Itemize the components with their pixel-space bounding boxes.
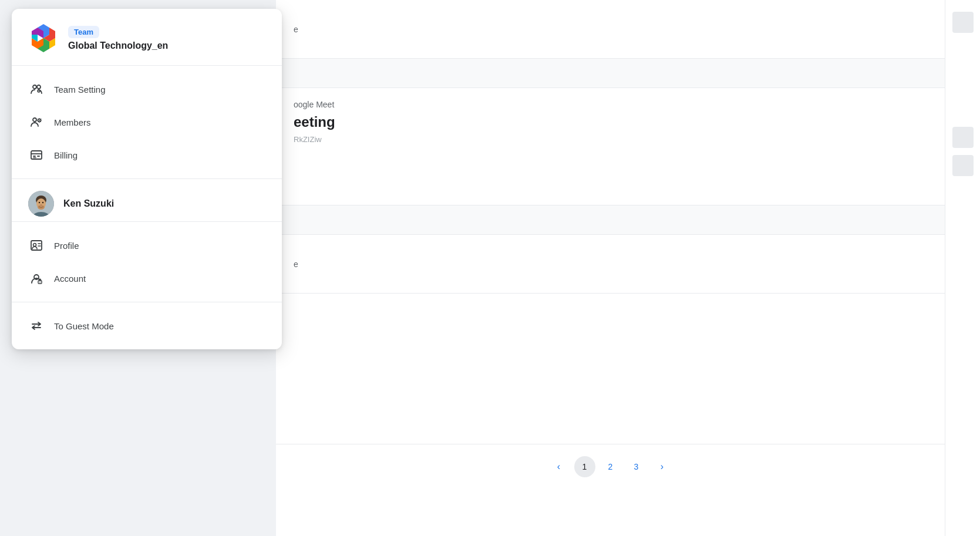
pagination-page-3[interactable]: 3 bbox=[626, 456, 647, 477]
menu-item-members[interactable]: Members bbox=[12, 106, 282, 139]
svg-point-10 bbox=[38, 90, 39, 91]
team-logo bbox=[28, 23, 59, 53]
menu-item-billing-label: Billing bbox=[54, 150, 78, 160]
svg-point-28 bbox=[33, 244, 36, 247]
menu-item-account-label: Account bbox=[54, 274, 86, 284]
pagination-page-2[interactable]: 2 bbox=[600, 456, 621, 477]
members-icon bbox=[28, 114, 45, 130]
user-section: Ken Suzuki Profile bbox=[12, 179, 282, 302]
meeting-id: RkZIZiw bbox=[294, 135, 962, 144]
menu-item-team-setting[interactable]: Team Setting bbox=[12, 73, 282, 106]
user-header: Ken Suzuki bbox=[12, 179, 282, 221]
guest-mode-icon bbox=[28, 318, 45, 334]
bg-text-1: e bbox=[294, 25, 298, 34]
svg-point-11 bbox=[33, 118, 36, 122]
account-icon bbox=[28, 270, 45, 286]
menu-item-members-label: Members bbox=[54, 117, 91, 127]
menu-item-profile-label: Profile bbox=[54, 241, 79, 251]
profile-icon bbox=[28, 237, 45, 254]
user-menu-section: Profile Account bbox=[12, 221, 282, 302]
google-meet-label: oogle Meet bbox=[294, 100, 962, 109]
svg-point-33 bbox=[39, 282, 41, 283]
menu-item-billing[interactable]: Billing bbox=[12, 139, 282, 171]
team-header: Team Global Technology_en bbox=[12, 9, 282, 66]
pagination-prev[interactable]: ‹ bbox=[548, 456, 570, 477]
team-setting-icon bbox=[28, 81, 45, 97]
team-menu-section: Team Setting Members bbox=[12, 66, 282, 179]
svg-point-13 bbox=[39, 120, 40, 121]
svg-point-25 bbox=[41, 204, 42, 205]
svg-point-8 bbox=[37, 85, 41, 89]
menu-item-guest-mode[interactable]: To Guest Mode bbox=[12, 309, 282, 342]
pagination: ‹ 1 2 3 › bbox=[276, 444, 945, 489]
user-avatar bbox=[28, 191, 54, 217]
user-name: Ken Suzuki bbox=[63, 198, 114, 209]
menu-item-account[interactable]: Account bbox=[12, 262, 282, 295]
meeting-label: eeting bbox=[294, 114, 962, 130]
team-badge: Team bbox=[68, 26, 99, 38]
billing-icon bbox=[28, 147, 45, 163]
pagination-page-1[interactable]: 1 bbox=[574, 456, 595, 477]
svg-point-7 bbox=[33, 85, 36, 89]
menu-item-guest-mode-label: To Guest Mode bbox=[54, 321, 114, 331]
menu-item-team-setting-label: Team Setting bbox=[54, 85, 106, 95]
user-menu-dropdown: Team Global Technology_en Team Setting bbox=[12, 9, 282, 349]
svg-point-24 bbox=[42, 202, 43, 203]
pagination-next[interactable]: › bbox=[652, 456, 673, 477]
menu-item-profile[interactable]: Profile bbox=[12, 229, 282, 262]
team-name: Global Technology_en bbox=[68, 41, 168, 51]
team-info: Team Global Technology_en bbox=[68, 26, 168, 51]
bg-text-2: e bbox=[294, 259, 298, 269]
svg-point-23 bbox=[39, 202, 40, 203]
bottom-menu-section: To Guest Mode bbox=[12, 302, 282, 349]
svg-rect-14 bbox=[31, 151, 42, 159]
